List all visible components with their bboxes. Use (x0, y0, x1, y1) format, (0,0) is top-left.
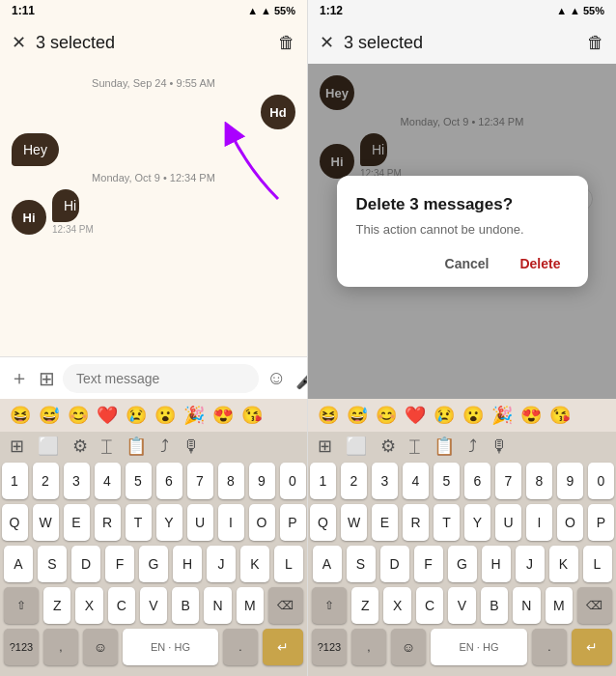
key-n[interactable]: N (204, 587, 231, 624)
r-key-w[interactable]: W (341, 504, 367, 541)
key-0[interactable]: 0 (280, 463, 306, 499)
key-f[interactable]: F (105, 546, 134, 582)
key-period[interactable]: . (223, 629, 258, 665)
r-emoji-love[interactable]: 😍 (520, 405, 542, 426)
r-kb-mic-icon[interactable]: 🎙 (490, 437, 508, 457)
left-delete-icon[interactable]: 🗑 (278, 33, 295, 53)
left-add-icon[interactable]: ＋ (8, 363, 31, 393)
r-key-3[interactable]: 3 (372, 463, 398, 499)
right-close-button[interactable]: ✕ (320, 32, 334, 53)
r-emoji-heart[interactable]: ❤️ (405, 405, 426, 426)
left-message-input[interactable] (63, 364, 259, 393)
r-key-v[interactable]: V (448, 587, 475, 624)
r-key-7[interactable]: 7 (495, 463, 521, 499)
r-key-num[interactable]: ?123 (312, 629, 347, 665)
key-8[interactable]: 8 (218, 463, 244, 499)
key-z[interactable]: Z (43, 587, 70, 624)
key-1[interactable]: 1 (2, 463, 28, 499)
r-key-n[interactable]: N (513, 587, 540, 624)
kb-grid-icon[interactable]: ⊞ (10, 436, 24, 457)
right-delete-confirm-button[interactable]: Delete (512, 252, 568, 275)
key-u[interactable]: U (187, 504, 213, 541)
key-comma[interactable]: , (43, 629, 78, 665)
emoji-kiss[interactable]: 😘 (241, 405, 263, 426)
r-kb-grid-icon[interactable]: ⊞ (318, 436, 332, 457)
r-emoji-wow[interactable]: 😮 (462, 405, 484, 426)
r-key-comma[interactable]: , (351, 629, 386, 665)
r-key-j[interactable]: J (516, 546, 545, 582)
key-5[interactable]: 5 (126, 463, 152, 499)
left-msg-hi[interactable]: Hi Hi 12:34 PM (12, 189, 295, 235)
r-key-6[interactable]: 6 (464, 463, 490, 499)
emoji-smile[interactable]: 😊 (68, 405, 89, 426)
left-close-button[interactable]: ✕ (12, 32, 26, 53)
key-a[interactable]: A (4, 546, 33, 582)
key-l[interactable]: L (274, 546, 303, 582)
r-key-space[interactable]: EN · HG (431, 629, 527, 665)
r-emoji-laugh[interactable]: 😆 (318, 405, 339, 426)
key-y[interactable]: Y (156, 504, 182, 541)
key-s[interactable]: S (38, 546, 67, 582)
r-kb-settings-icon[interactable]: ⚙ (380, 436, 396, 457)
left-emoji-icon[interactable]: ☺ (265, 365, 288, 391)
right-cancel-button[interactable]: Cancel (437, 252, 497, 275)
r-key-c[interactable]: C (416, 587, 443, 624)
r-key-e[interactable]: E (372, 504, 398, 541)
emoji-party[interactable]: 🎉 (183, 405, 205, 426)
r-key-o[interactable]: O (557, 504, 583, 541)
r-key-0[interactable]: 0 (588, 463, 614, 499)
key-o[interactable]: O (249, 504, 275, 541)
key-num[interactable]: ?123 (4, 629, 39, 665)
right-delete-icon[interactable]: 🗑 (587, 33, 604, 53)
left-msg-hey[interactable]: Hey (12, 133, 295, 166)
key-7[interactable]: 7 (187, 463, 213, 499)
kb-share-icon[interactable]: ⤴ (160, 437, 169, 457)
key-6[interactable]: 6 (156, 463, 182, 499)
r-kb-sticker-icon[interactable]: ⬜ (346, 436, 367, 457)
key-v[interactable]: V (140, 587, 167, 624)
r-key-k[interactable]: K (549, 546, 578, 582)
r-key-f[interactable]: F (414, 546, 443, 582)
left-mic-icon[interactable]: 🎤 (294, 365, 308, 392)
r-key-1[interactable]: 1 (310, 463, 336, 499)
kb-mic2-icon[interactable]: 🎙 (182, 437, 200, 457)
key-t[interactable]: T (126, 504, 152, 541)
key-d[interactable]: D (71, 546, 100, 582)
key-p[interactable]: P (280, 504, 306, 541)
r-key-l[interactable]: L (583, 546, 612, 582)
r-key-u[interactable]: U (495, 504, 521, 541)
r-key-backspace[interactable]: ⌫ (577, 587, 612, 624)
r-key-shift[interactable]: ⇧ (312, 587, 347, 624)
r-key-z[interactable]: Z (351, 587, 378, 624)
emoji-cry[interactable]: 😢 (126, 405, 147, 426)
r-key-i[interactable]: I (526, 504, 552, 541)
emoji-heart[interactable]: ❤️ (97, 405, 118, 426)
key-c[interactable]: C (108, 587, 135, 624)
r-emoji-kiss[interactable]: 😘 (549, 405, 571, 426)
r-key-p[interactable]: P (588, 504, 614, 541)
r-key-t[interactable]: T (434, 504, 460, 541)
key-m[interactable]: M (237, 587, 264, 624)
kb-settings-icon[interactable]: ⚙ (72, 436, 88, 457)
emoji-laugh[interactable]: 😆 (10, 405, 31, 426)
key-backspace[interactable]: ⌫ (268, 587, 303, 624)
r-key-b[interactable]: B (481, 587, 508, 624)
key-i[interactable]: I (218, 504, 244, 541)
r-key-q[interactable]: Q (310, 504, 336, 541)
r-key-enter[interactable]: ↵ (572, 629, 612, 665)
r-key-period[interactable]: . (532, 629, 567, 665)
r-kb-cursor-icon[interactable]: ⌶ (409, 437, 420, 457)
key-2[interactable]: 2 (33, 463, 59, 499)
key-enter[interactable]: ↵ (263, 629, 303, 665)
key-e[interactable]: E (64, 504, 90, 541)
key-b[interactable]: B (172, 587, 199, 624)
key-x[interactable]: X (75, 587, 102, 624)
key-shift[interactable]: ⇧ (4, 587, 39, 624)
key-k[interactable]: K (240, 546, 269, 582)
key-w[interactable]: W (33, 504, 59, 541)
r-key-8[interactable]: 8 (526, 463, 552, 499)
r-emoji-cry[interactable]: 😢 (434, 405, 455, 426)
kb-sticker-icon[interactable]: ⬜ (38, 436, 59, 457)
r-key-5[interactable]: 5 (434, 463, 460, 499)
r-kb-clipboard-icon[interactable]: 📋 (434, 436, 455, 457)
